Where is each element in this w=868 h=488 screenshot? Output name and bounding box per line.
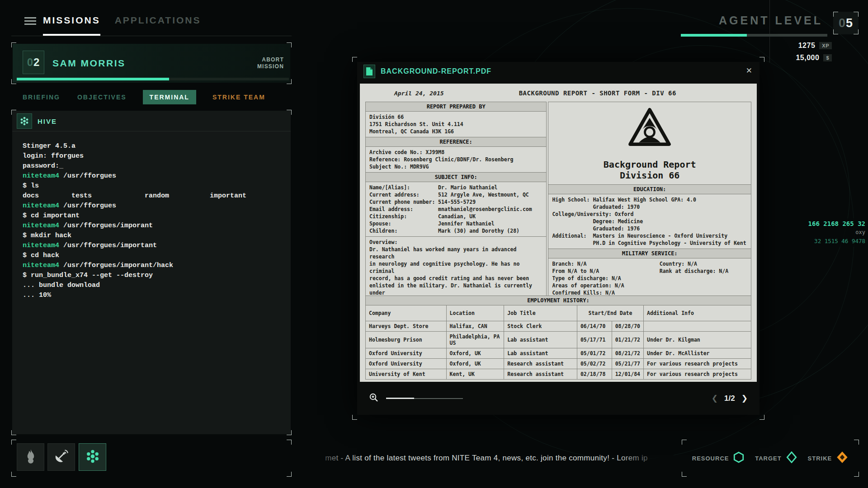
pdf-window-title: BACKGROUND-REPORT.PDF xyxy=(381,67,491,75)
legend-shape-icon xyxy=(733,451,745,465)
employment-row: Harveys Dept. StoreHalifax, CANStock Cle… xyxy=(366,321,751,332)
agent-level-progress-fill xyxy=(681,34,747,37)
document-line: Branch: N/A xyxy=(552,260,659,267)
subject-info-row: Current phone number: 514-555-5729 xyxy=(369,198,542,206)
document-line: Type of discharge: N/A xyxy=(552,275,659,282)
employment-cell: For various research projects xyxy=(644,359,751,369)
mission-tab[interactable]: STRIKE TEAM xyxy=(212,90,266,104)
mission-tab[interactable]: BRIEFING xyxy=(22,90,61,104)
hud-divider-line xyxy=(769,0,770,62)
employment-cell: Harveys Dept. Store xyxy=(366,321,447,332)
mission-tab[interactable]: TERMINAL xyxy=(143,90,196,104)
terminal-line: ... 10% xyxy=(23,291,287,300)
page-indicator: 1/2 xyxy=(724,394,735,403)
overview-block: Overview: Dr. Nathaniel has worked many … xyxy=(366,237,546,296)
document-date: April 24, 2015 xyxy=(394,90,444,97)
hive-icon xyxy=(85,449,100,466)
terminal-line: niteteam4 /usr/fforgues xyxy=(23,201,287,211)
terminal-line-text: /usr/fforgues/important xyxy=(59,242,157,249)
abort-line: ABORT xyxy=(257,56,284,63)
mission-tab[interactable]: OBJECTIVES xyxy=(76,90,127,104)
document-line: From N/A to N/A xyxy=(552,267,659,275)
satellite-icon xyxy=(54,449,69,466)
terminal-prompt-user: niteteam4 xyxy=(23,202,59,210)
abort-mission-button[interactable]: ABORT MISSION xyxy=(257,56,284,70)
terminal-line: niteteam4 /usr/fforgues/imporant/hack xyxy=(23,261,287,271)
employment-cell: 05/21/77 xyxy=(612,359,643,369)
terminal-line: docs tests random important xyxy=(23,191,287,201)
zoom-slider[interactable] xyxy=(386,398,463,399)
subject-info-row: Current address: 512 Argyle Ave, Westmou… xyxy=(369,191,542,198)
readout-line: oxy xyxy=(787,228,865,237)
close-icon[interactable]: ✕ xyxy=(746,66,752,75)
employment-cell: Stock Clerk xyxy=(504,321,577,332)
legend-item: RESOURCE xyxy=(692,451,745,465)
terminal-line-text: $ cd hack xyxy=(23,252,59,259)
legend-label: RESOURCE xyxy=(692,455,729,462)
mission-number-box: 0 2 xyxy=(23,51,44,74)
terminal-line: password:_ xyxy=(23,161,287,171)
division-66-logo xyxy=(628,140,671,148)
terminal-line: $ run_bundle_x74 --get --destroy xyxy=(23,271,287,281)
subject-info-row: Email address: mnathaniel@rosenbergclini… xyxy=(369,206,542,213)
employment-cell: Halifax, CAN xyxy=(446,321,504,332)
flame-tool-button[interactable] xyxy=(17,443,44,471)
subject-info-block: Name/[Alias]: Dr. Mario Nathaniel Curren… xyxy=(366,182,546,237)
menu-bar xyxy=(24,23,36,25)
employment-column-header: Location xyxy=(446,305,504,321)
mission-card[interactable]: 0 2 SAM MORRIS ABORT MISSION xyxy=(13,44,290,83)
next-page-icon[interactable]: ❯ xyxy=(741,394,748,403)
subject-field-value: Dr. Mario Nathaniel xyxy=(438,184,498,191)
document-title: BACKGROUND REPORT - SHORT FORM - DIV 66 xyxy=(444,89,751,97)
legend-shape-icon xyxy=(836,451,849,465)
employment-column-header: Company xyxy=(366,305,447,321)
money-badge: $ xyxy=(823,54,832,61)
terminal-line-text: ... bundle download xyxy=(23,282,100,289)
pdf-document-page[interactable]: April 24, 2015 BACKGROUND REPORT - SHORT… xyxy=(360,84,757,382)
terminal-frame: HIVE Stinger 4.5.alogin: fforguespasswor… xyxy=(11,110,292,435)
military-block: Branch: N/AFrom N/A to N/AType of discha… xyxy=(548,258,751,296)
document-line: Country: N/A xyxy=(660,260,747,267)
subject-field-value: 514-555-5729 xyxy=(438,198,476,206)
pdf-titlebar: BACKGROUND-REPORT.PDF ✕ xyxy=(357,62,760,81)
xp-value: 1275 xyxy=(798,42,816,50)
employment-cell: Oxford University xyxy=(366,348,447,359)
main-nav-tab[interactable]: MISSIONS xyxy=(43,15,100,26)
subject-info-row: Children: Mark (30) and Dorothy (28) xyxy=(369,227,542,235)
employment-header-row: CompanyLocationJob TitleStart/End DateAd… xyxy=(366,305,751,321)
satellite-tool-button[interactable] xyxy=(47,443,75,471)
employment-cell: Oxford, UK xyxy=(446,348,504,359)
flame-icon xyxy=(24,449,38,466)
mission-progressbar xyxy=(17,78,289,80)
terminal-prompt-user: niteteam4 xyxy=(23,242,59,249)
subject-info-row: Name/[Alias]: Dr. Mario Nathaniel xyxy=(369,184,542,191)
document-line: Reference: Rosenberg Clinic/BDNF/Dr. Ros… xyxy=(369,156,542,163)
zoom-slider-fill xyxy=(386,398,414,399)
subject-info-row: Citizenship: Canadian, UK xyxy=(369,213,542,220)
document-line: PH.D in Cognitive Psychology - Universit… xyxy=(552,239,747,247)
prev-page-icon[interactable]: ❮ xyxy=(712,394,718,403)
terminal-line: $ mkdir hack xyxy=(23,231,287,241)
terminal-line: $ ls xyxy=(23,181,287,191)
legend-label: TARGET xyxy=(755,455,781,462)
document-line: División 66 xyxy=(369,113,542,121)
employment-cell: 05/02/72 xyxy=(577,359,612,369)
hive-tool-button[interactable] xyxy=(79,443,106,471)
money-stat: 15,000 $ xyxy=(796,54,832,62)
document-line: Areas of operation: N/A xyxy=(552,282,659,289)
menu-icon[interactable] xyxy=(24,17,36,25)
terminal-line: login: fforgues xyxy=(23,151,287,161)
terminal-line-text: docs tests random important xyxy=(23,192,246,200)
pdf-viewer-window: BACKGROUND-REPORT.PDF ✕ April 24, 2015 B… xyxy=(357,62,760,415)
document-line: Rank at discharge: N/A xyxy=(660,267,747,275)
employment-cell: 06/14/70 xyxy=(577,321,612,332)
employment-column-header: Job Title xyxy=(504,305,577,321)
game-screen: 166 2168 265 32 oxy 32 1515 46 9478 MISS… xyxy=(0,0,868,488)
main-nav-tab[interactable]: APPLICATIONS xyxy=(115,15,201,26)
employment-cell: Under Dr. Kilgman xyxy=(644,332,751,348)
terminal-console[interactable]: Stinger 4.5.alogin: fforguespassword:_ni… xyxy=(23,141,287,431)
employment-cell: For various research projects xyxy=(644,369,751,380)
subject-field-label: Email address: xyxy=(369,206,438,213)
subject-field-label: Children: xyxy=(369,227,438,235)
map-legend-frame: RESOURCE TARGET STRIKE xyxy=(682,440,859,477)
